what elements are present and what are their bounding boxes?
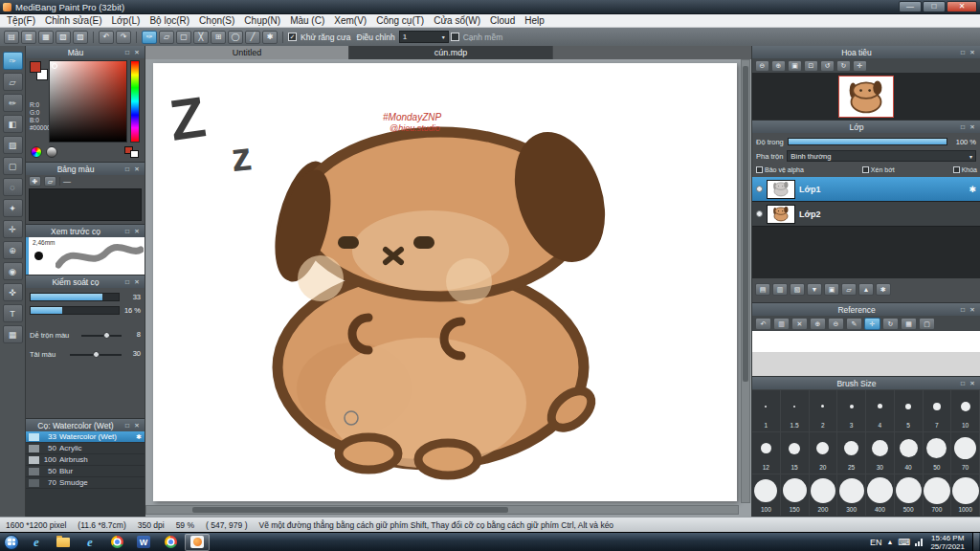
taskbar-chrome2-icon[interactable] [158, 534, 183, 551]
close-icon[interactable]: ✕ [132, 227, 142, 236]
reference-open-button[interactable]: ▥ [773, 318, 790, 330]
visibility-icon[interactable] [756, 210, 763, 217]
brush-size-option[interactable]: 1 [752, 389, 781, 431]
alpha-protect-checkbox[interactable]: Bảo vệ alpha [756, 166, 804, 173]
brush-size-option[interactable]: 20 [810, 431, 838, 474]
color-mix-slider[interactable] [81, 335, 122, 337]
deselect-button[interactable]: ╳ [193, 31, 209, 44]
brush-row-watercolor[interactable]: 33 Watercolor (Wet) ✱ [26, 431, 145, 443]
actual-size-button[interactable]: ⊡ [804, 60, 818, 72]
blend-mode-dropdown[interactable]: Bình thường ▾ [787, 150, 976, 162]
sv-marker[interactable] [52, 63, 57, 69]
eraser-mode-button[interactable]: ▱ [159, 31, 174, 44]
reference-rotate-button[interactable]: ↻ [882, 318, 899, 330]
delete-layer-button[interactable]: ▱ [841, 283, 857, 296]
brush-size-option[interactable]: 3 [837, 389, 866, 431]
taskbar-folder-icon[interactable] [51, 534, 76, 551]
language-indicator[interactable]: EN [870, 538, 882, 547]
brush-size-option[interactable]: 7 [924, 389, 952, 431]
new-layer-button[interactable]: ▤ [755, 283, 770, 296]
tool-fill[interactable]: ◧ [3, 115, 23, 133]
primary-color-swatch[interactable] [30, 61, 41, 73]
brush-size-slider[interactable]: 33 [30, 292, 141, 303]
tab-cun-mdp[interactable]: cún.mdp [349, 46, 553, 59]
close-icon[interactable]: ✕ [132, 48, 142, 57]
network-icon[interactable] [915, 539, 923, 546]
brush-size-option[interactable]: 50 [924, 431, 952, 474]
menu-item-view[interactable]: Xem(V) [329, 15, 371, 26]
close-icon[interactable]: ✕ [132, 277, 142, 287]
menu-item-color[interactable]: Màu (C) [285, 15, 329, 26]
zoom-in-button[interactable]: ⊕ [771, 60, 786, 72]
tool-text[interactable]: T [3, 304, 23, 322]
select-button[interactable]: ▢ [176, 31, 191, 44]
snap-settings-button[interactable]: ✱ [262, 31, 278, 44]
color-wheel-icon[interactable] [31, 146, 42, 158]
taskbar-medibang-icon[interactable] [185, 534, 210, 551]
close-icon[interactable]: ✕ [132, 165, 142, 174]
menu-item-cloud[interactable]: Cloud [485, 15, 520, 26]
palette-grid[interactable] [29, 188, 142, 221]
taskbar-ie2-icon[interactable]: e [78, 534, 102, 551]
brush-size-option[interactable]: 10 [951, 389, 980, 431]
brush-size-option[interactable]: 70 [951, 431, 980, 474]
scrollbar-thumb[interactable] [743, 66, 748, 382]
reference-close-button[interactable]: ✕ [791, 318, 808, 330]
brush-size-option[interactable]: 150 [781, 474, 810, 516]
snap-circle-button[interactable]: ◯ [228, 31, 243, 44]
brush-row-airbrush[interactable]: 100 Airbrush [26, 454, 145, 466]
brush-size-option[interactable]: 300 [837, 474, 866, 516]
close-icon[interactable]: ✕ [968, 122, 977, 132]
brush-size-option[interactable]: 2 [810, 389, 838, 431]
reset-view-button[interactable]: ✛ [853, 60, 867, 72]
keyboard-icon[interactable]: ⌨ [898, 538, 910, 547]
reference-hand-button[interactable]: ✛ [864, 318, 880, 330]
duplicate-layer-button[interactable]: ▧ [790, 283, 805, 296]
tool-hand[interactable]: ✜ [3, 283, 23, 301]
brush-size-option[interactable]: 4 [866, 389, 895, 431]
color-load-slider[interactable] [70, 354, 122, 356]
layer-row-lop2[interactable]: Lớp2 [752, 202, 980, 227]
tool-gradient[interactable]: ▨ [3, 136, 23, 154]
tool-brush[interactable]: ✑ [3, 52, 23, 70]
reference-grid-button[interactable]: ▦ [901, 318, 917, 330]
menu-item-edit[interactable]: Chỉnh sửa(E) [40, 15, 107, 26]
brush-size-option[interactable]: 200 [810, 474, 838, 516]
popout-icon[interactable]: □ [958, 122, 968, 132]
menu-item-file[interactable]: Tệp(F) [2, 15, 40, 26]
brush-opacity-slider[interactable]: 16 % [30, 305, 141, 317]
tray-chevron-icon[interactable]: ▲ [886, 539, 893, 545]
lock-checkbox[interactable]: Khóa [953, 166, 977, 173]
clear-layer-button[interactable]: ▣ [824, 283, 839, 296]
grayscale-icon[interactable] [46, 146, 57, 158]
rotate-left-button[interactable]: ↺ [820, 60, 835, 72]
close-icon[interactable]: ✕ [132, 421, 142, 430]
add-color-button[interactable]: ✚ [29, 176, 41, 187]
gear-icon[interactable]: ✱ [969, 185, 976, 194]
brush-row-blur[interactable]: 50 Blur [26, 466, 145, 477]
undo-button[interactable]: ↶ [99, 31, 114, 44]
brush-size-option[interactable]: 1000 [951, 474, 980, 516]
fit-button[interactable]: ▣ [788, 60, 802, 72]
clipping-checkbox[interactable]: Xén bớt [862, 166, 895, 173]
menu-item-select[interactable]: Chọn(S) [194, 15, 239, 26]
reference-viewport[interactable] [752, 331, 980, 376]
brush-row-smudge[interactable]: 70 Smudge [26, 477, 145, 489]
scrollbar-thumb[interactable] [192, 507, 508, 513]
vertical-scrollbar[interactable] [741, 59, 750, 503]
close-icon[interactable]: ✕ [968, 48, 977, 57]
brush-size-option[interactable]: 25 [837, 431, 866, 474]
popout-icon[interactable]: □ [122, 421, 132, 430]
tab-untitled[interactable]: Untitled [145, 46, 349, 59]
brush-size-option[interactable]: 500 [895, 474, 924, 516]
new-folder-button[interactable]: ▥ [772, 283, 788, 296]
tool-zoom[interactable]: ⊕ [3, 241, 23, 259]
tool-eyedropper[interactable]: ◉ [3, 262, 23, 280]
start-button[interactable] [1, 534, 22, 551]
layer-opacity-slider[interactable] [788, 138, 947, 145]
delete-color-button[interactable]: ▱ [44, 176, 56, 187]
reference-zoom-in-button[interactable]: ⊕ [810, 318, 826, 330]
merge-down-button[interactable]: ▼ [807, 283, 822, 296]
export-button[interactable]: ▧ [56, 31, 71, 44]
hue-slider[interactable] [130, 60, 140, 143]
